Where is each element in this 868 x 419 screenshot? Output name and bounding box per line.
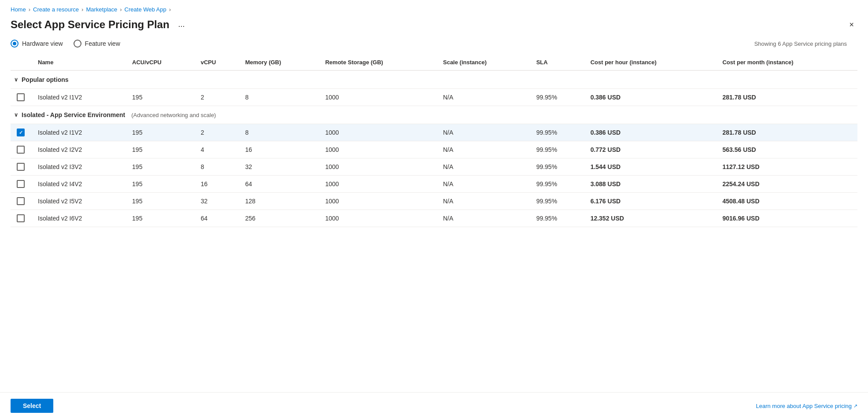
page-title-row: Select App Service Pricing Plan ... xyxy=(11,18,188,31)
cell-remote_storage-popular-i1v2: 1000 xyxy=(320,89,438,106)
col-header-acu: ACU/vCPU xyxy=(127,55,196,70)
cell-name-popular-i1v2: Isolated v2 I1V2 xyxy=(33,89,127,106)
cell-acu-isolated-i1v2: 195 xyxy=(127,124,196,141)
row-checkbox-isolated-i6v2[interactable] xyxy=(11,210,33,227)
learn-more-link[interactable]: Learn more about App Service pricing ↗ xyxy=(756,403,857,409)
breadcrumb-chevron-1: › xyxy=(29,6,30,13)
col-header-vcpu: vCPU xyxy=(196,55,240,70)
table-row[interactable]: ✓Isolated v2 I1V2195281000N/A99.95%0.386… xyxy=(11,124,857,141)
cell-sla-isolated-i5v2: 99.95% xyxy=(531,193,585,210)
breadcrumb-marketplace[interactable]: Marketplace xyxy=(86,6,117,13)
col-header-checkbox xyxy=(11,55,33,70)
select-button[interactable]: Select xyxy=(11,399,53,413)
cell-cost_hour-isolated-i3v2: 1.544 USD xyxy=(585,158,717,176)
feature-view-option[interactable]: Feature view xyxy=(74,40,120,48)
cell-cost_hour-isolated-i1v2: 0.386 USD xyxy=(585,124,717,141)
section-subtitle-isolated: (Advanced networking and scale) xyxy=(131,112,216,118)
col-header-memory: Memory (GB) xyxy=(240,55,320,70)
breadcrumb-chevron-4: › xyxy=(169,6,171,13)
cell-remote_storage-isolated-i2v2: 1000 xyxy=(320,141,438,158)
page-header: Select App Service Pricing Plan ... × xyxy=(0,16,868,40)
cell-memory-isolated-i4v2: 64 xyxy=(240,176,320,193)
col-header-remote-storage: Remote Storage (GB) xyxy=(320,55,438,70)
cell-cost_hour-isolated-i5v2: 6.176 USD xyxy=(585,193,717,210)
table-row[interactable]: Isolated v2 I6V2195642561000N/A99.95%12.… xyxy=(11,210,857,227)
breadcrumb-create-web-app[interactable]: Create Web App xyxy=(125,6,166,13)
breadcrumb-create-resource[interactable]: Create a resource xyxy=(33,6,79,13)
cell-acu-popular-i1v2: 195 xyxy=(127,89,196,106)
breadcrumb-home[interactable]: Home xyxy=(11,6,26,13)
collapse-icon-popular[interactable]: ∨ xyxy=(14,77,18,83)
breadcrumb: Home › Create a resource › Marketplace ›… xyxy=(0,0,868,16)
cell-sla-isolated-i2v2: 99.95% xyxy=(531,141,585,158)
table-row[interactable]: Isolated v2 I2V21954161000N/A99.95%0.772… xyxy=(11,141,857,158)
cell-acu-isolated-i4v2: 195 xyxy=(127,176,196,193)
section-header-popular[interactable]: ∨ Popular options xyxy=(11,70,857,89)
row-checkbox-isolated-i5v2[interactable] xyxy=(11,193,33,210)
cell-scale-isolated-i3v2: N/A xyxy=(438,158,531,176)
hardware-view-option[interactable]: Hardware view xyxy=(11,40,63,48)
cell-remote_storage-isolated-i4v2: 1000 xyxy=(320,176,438,193)
row-checkbox-isolated-i3v2[interactable] xyxy=(11,158,33,176)
cell-scale-isolated-i4v2: N/A xyxy=(438,176,531,193)
checkbox-empty-isolated-i4v2[interactable] xyxy=(17,180,25,188)
cell-cost_hour-popular-i1v2: 0.386 USD xyxy=(585,89,717,106)
cell-name-isolated-i1v2: Isolated v2 I1V2 xyxy=(33,124,127,141)
cell-sla-isolated-i4v2: 99.95% xyxy=(531,176,585,193)
checkbox-empty-isolated-i6v2[interactable] xyxy=(17,214,25,222)
cell-acu-isolated-i3v2: 195 xyxy=(127,158,196,176)
cell-name-isolated-i3v2: Isolated v2 I3V2 xyxy=(33,158,127,176)
cell-name-isolated-i6v2: Isolated v2 I6V2 xyxy=(33,210,127,227)
cell-acu-isolated-i6v2: 195 xyxy=(127,210,196,227)
ellipsis-button[interactable]: ... xyxy=(175,18,188,31)
cell-sla-isolated-i1v2: 99.95% xyxy=(531,124,585,141)
cell-cost_month-isolated-i3v2: 1127.12 USD xyxy=(717,158,857,176)
cell-cost_month-isolated-i5v2: 4508.48 USD xyxy=(717,193,857,210)
col-header-scale: Scale (instance) xyxy=(438,55,531,70)
cell-cost_month-popular-i1v2: 281.78 USD xyxy=(717,89,857,106)
section-title-isolated: Isolated - App Service Environment xyxy=(22,111,125,118)
cell-remote_storage-isolated-i1v2: 1000 xyxy=(320,124,438,141)
table-row[interactable]: Isolated v2 I3V21958321000N/A99.95%1.544… xyxy=(11,158,857,176)
col-header-cost-month: Cost per month (instance) xyxy=(717,55,857,70)
feature-view-radio[interactable] xyxy=(74,40,81,48)
table-row[interactable]: Isolated v2 I5V2195321281000N/A99.95%6.1… xyxy=(11,193,857,210)
close-button[interactable]: × xyxy=(846,19,857,30)
section-header-isolated[interactable]: ∨ Isolated - App Service Environment (Ad… xyxy=(11,106,857,124)
section-title-popular: Popular options xyxy=(22,76,69,83)
cell-vcpu-isolated-i5v2: 32 xyxy=(196,193,240,210)
feature-view-label: Feature view xyxy=(85,40,120,47)
cell-scale-isolated-i6v2: N/A xyxy=(438,210,531,227)
row-checkbox-isolated-i2v2[interactable] xyxy=(11,141,33,158)
breadcrumb-chevron-3: › xyxy=(120,6,122,13)
pricing-table-container: Name ACU/vCPU vCPU Memory (GB) Remote St… xyxy=(0,55,868,227)
table-row[interactable]: Isolated v2 I4V219516641000N/A99.95%3.08… xyxy=(11,176,857,193)
cell-scale-isolated-i2v2: N/A xyxy=(438,141,531,158)
row-checkbox-isolated-i1v2[interactable]: ✓ xyxy=(11,124,33,141)
cell-cost_hour-isolated-i2v2: 0.772 USD xyxy=(585,141,717,158)
checkbox-empty-isolated-i5v2[interactable] xyxy=(17,197,25,205)
checkbox-empty-popular-i1v2[interactable] xyxy=(17,93,25,101)
checkbox-empty-isolated-i2v2[interactable] xyxy=(17,146,25,154)
pricing-table: Name ACU/vCPU vCPU Memory (GB) Remote St… xyxy=(11,55,857,227)
cell-vcpu-isolated-i2v2: 4 xyxy=(196,141,240,158)
checkbox-empty-isolated-i3v2[interactable] xyxy=(17,163,25,171)
row-checkbox-popular-i1v2[interactable] xyxy=(11,89,33,106)
table-row[interactable]: Isolated v2 I1V2195281000N/A99.95%0.386 … xyxy=(11,89,857,106)
cell-vcpu-isolated-i1v2: 2 xyxy=(196,124,240,141)
hardware-view-radio[interactable] xyxy=(11,40,18,48)
breadcrumb-chevron-2: › xyxy=(81,6,83,13)
cell-remote_storage-isolated-i5v2: 1000 xyxy=(320,193,438,210)
table-header-row: Name ACU/vCPU vCPU Memory (GB) Remote St… xyxy=(11,55,857,70)
row-checkbox-isolated-i4v2[interactable] xyxy=(11,176,33,193)
cell-memory-isolated-i2v2: 16 xyxy=(240,141,320,158)
checkbox-checked-isolated-i1v2[interactable]: ✓ xyxy=(17,129,25,136)
view-toggle-row: Hardware view Feature view Showing 6 App… xyxy=(0,40,868,55)
cell-scale-isolated-i1v2: N/A xyxy=(438,124,531,141)
cell-remote_storage-isolated-i3v2: 1000 xyxy=(320,158,438,176)
external-link-icon: ↗ xyxy=(853,403,857,409)
cell-acu-isolated-i5v2: 195 xyxy=(127,193,196,210)
collapse-icon-isolated[interactable]: ∨ xyxy=(14,112,18,118)
cell-acu-isolated-i2v2: 195 xyxy=(127,141,196,158)
cell-sla-popular-i1v2: 99.95% xyxy=(531,89,585,106)
